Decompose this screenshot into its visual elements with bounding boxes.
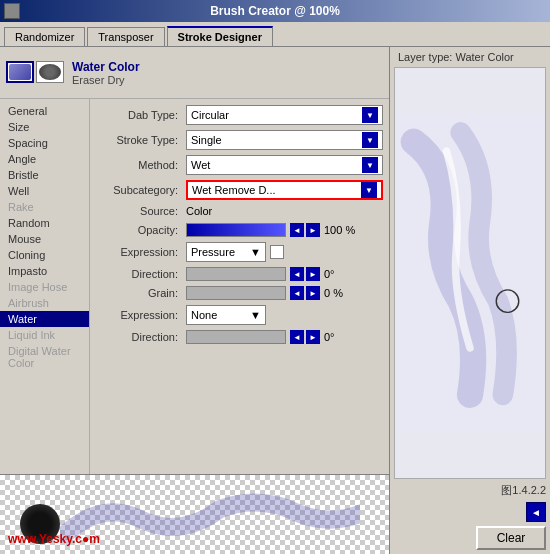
method-row: Method: Wet ▼	[96, 155, 383, 175]
canvas-strokes-svg	[395, 68, 545, 478]
nav-left-button[interactable]: ◄	[526, 502, 546, 522]
tabs-row: Randomizer Transposer Stroke Designer	[0, 22, 550, 47]
subcategory-arrow: ▼	[361, 182, 377, 198]
nav-row: ◄	[526, 502, 546, 522]
stroke-type-row: Stroke Type: Single ▼	[96, 130, 383, 150]
opacity-increase[interactable]: ►	[306, 223, 320, 237]
category-angle[interactable]: Angle	[0, 151, 89, 167]
category-general[interactable]: General	[0, 103, 89, 119]
opacity-row: Opacity: ◄ ► 100 %	[96, 223, 383, 237]
category-mouse[interactable]: Mouse	[0, 231, 89, 247]
brush-icon-row-top	[6, 61, 64, 83]
tab-transposer[interactable]: Transposer	[87, 27, 164, 46]
figure-label: 图1.4.2.2	[501, 483, 546, 498]
stroke-type-value: Single	[191, 134, 222, 146]
direction2-label: Direction:	[96, 331, 186, 343]
dab-type-value: Circular	[191, 109, 229, 121]
brush-names: Water Color Eraser Dry	[72, 60, 140, 86]
category-liquid-ink: Liquid Ink	[0, 327, 89, 343]
content-area: Water Color Eraser Dry General Size Spac…	[0, 47, 550, 554]
brush-icon-circle[interactable]	[36, 61, 64, 83]
direction2-arrows: ◄ ►	[290, 330, 320, 344]
expression1-select[interactable]: Pressure ▼	[186, 242, 266, 262]
category-spacing[interactable]: Spacing	[0, 135, 89, 151]
grain-value: 0 %	[324, 287, 349, 299]
expression1-row: Expression: Pressure ▼	[96, 242, 383, 262]
bottom-preview: www.Yesky.c●m	[0, 474, 389, 554]
category-water[interactable]: Water	[0, 311, 89, 327]
expr1-arrow: ▼	[250, 246, 261, 258]
dab-type-arrow: ▼	[362, 107, 378, 123]
brush-icon-paint[interactable]	[6, 61, 34, 83]
category-bristle[interactable]: Bristle	[0, 167, 89, 183]
grain-row: Grain: ◄ ► 0 %	[96, 286, 383, 300]
controls-panel: Dab Type: Circular ▼ Stroke Type: Single…	[90, 99, 389, 474]
direction2-value: 0°	[324, 331, 349, 343]
grain-decrease[interactable]: ◄	[290, 286, 304, 300]
opacity-arrows: ◄ ►	[290, 223, 320, 237]
expression2-value: None	[191, 309, 217, 321]
direction2-row: Direction: ◄ ► 0°	[96, 330, 383, 344]
title-bar-controls	[4, 3, 24, 19]
subcategory-row: Subcategory: Wet Remove D... ▼	[96, 180, 383, 200]
dir1-increase[interactable]: ►	[306, 267, 320, 281]
brush-icons	[6, 61, 64, 85]
title-bar: Brush Creator @ 100%	[0, 0, 550, 22]
grain-slider[interactable]	[186, 286, 286, 300]
tab-stroke-designer[interactable]: Stroke Designer	[167, 26, 273, 46]
category-well[interactable]: Well	[0, 183, 89, 199]
dab-type-row: Dab Type: Circular ▼	[96, 105, 383, 125]
category-size[interactable]: Size	[0, 119, 89, 135]
layer-type-label: Layer type: Water Color	[390, 47, 550, 67]
tab-randomizer[interactable]: Randomizer	[4, 27, 85, 46]
category-airbrush: Airbrush	[0, 295, 89, 311]
direction1-row: Direction: ◄ ► 0°	[96, 267, 383, 281]
brush-header: Water Color Eraser Dry	[0, 47, 389, 99]
subcategory-select[interactable]: Wet Remove D... ▼	[186, 180, 383, 200]
grain-increase[interactable]: ►	[306, 286, 320, 300]
brush-paint-preview	[9, 64, 31, 80]
dab-type-select[interactable]: Circular ▼	[186, 105, 383, 125]
stroke-type-select[interactable]: Single ▼	[186, 130, 383, 150]
canvas-preview[interactable]	[394, 67, 546, 479]
subcategory-value: Wet Remove D...	[192, 184, 276, 196]
method-value: Wet	[191, 159, 210, 171]
dir1-decrease[interactable]: ◄	[290, 267, 304, 281]
method-select[interactable]: Wet ▼	[186, 155, 383, 175]
category-list: General Size Spacing Angle Bristle Well …	[0, 99, 90, 474]
source-value: Color	[186, 205, 212, 217]
method-arrow: ▼	[362, 157, 378, 173]
category-rake: Rake	[0, 199, 89, 215]
grain-label: Grain:	[96, 287, 186, 299]
dir2-decrease[interactable]: ◄	[290, 330, 304, 344]
stroke-type-arrow: ▼	[362, 132, 378, 148]
grain-arrows: ◄ ►	[290, 286, 320, 300]
watermark: www.Yesky.c●m	[8, 532, 100, 546]
category-random[interactable]: Random	[0, 215, 89, 231]
opacity-slider[interactable]	[186, 223, 286, 237]
method-label: Method:	[96, 159, 186, 171]
right-panel: Layer type: Water Color 图1.4.2.2	[390, 47, 550, 554]
main-container: Randomizer Transposer Stroke Designer	[0, 22, 550, 554]
opacity-label: Opacity:	[96, 224, 186, 236]
right-bottom: 图1.4.2.2 ◄ Clear	[390, 479, 550, 554]
expression1-checkbox[interactable]	[270, 245, 284, 259]
dab-type-label: Dab Type:	[96, 109, 186, 121]
direction1-label: Direction:	[96, 268, 186, 280]
clear-button[interactable]: Clear	[476, 526, 546, 550]
brush-body: General Size Spacing Angle Bristle Well …	[0, 99, 389, 474]
stroke-type-label: Stroke Type:	[96, 134, 186, 146]
dir2-increase[interactable]: ►	[306, 330, 320, 344]
opacity-value: 100 %	[324, 224, 359, 236]
source-row: Source: Color	[96, 205, 383, 217]
opacity-decrease[interactable]: ◄	[290, 223, 304, 237]
direction2-slider[interactable]	[186, 330, 286, 344]
brush-name: Water Color	[72, 60, 140, 74]
category-impasto[interactable]: Impasto	[0, 263, 89, 279]
expression1-value: Pressure	[191, 246, 235, 258]
direction1-value: 0°	[324, 268, 349, 280]
brush-circle-preview	[39, 64, 61, 80]
expression2-select[interactable]: None ▼	[186, 305, 266, 325]
category-cloning[interactable]: Cloning	[0, 247, 89, 263]
direction1-slider[interactable]	[186, 267, 286, 281]
